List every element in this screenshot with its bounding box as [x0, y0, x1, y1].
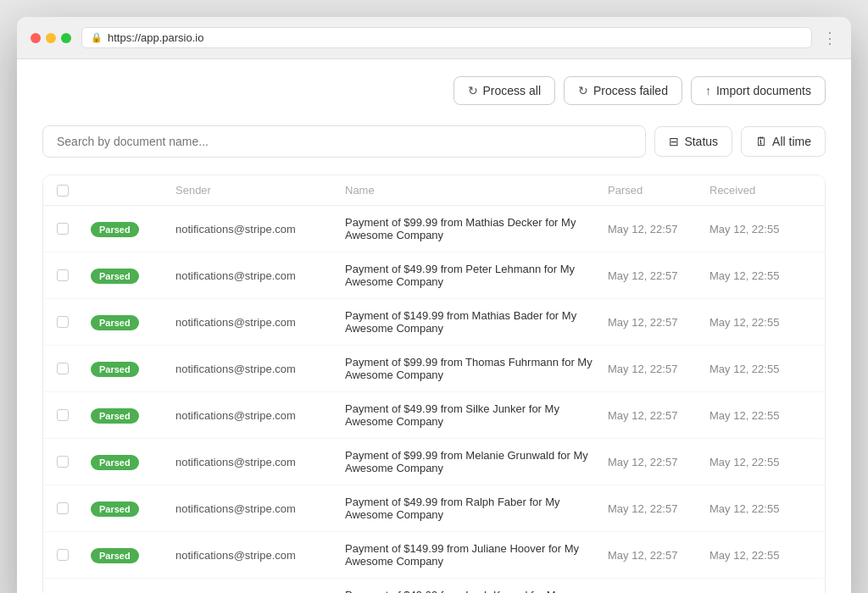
parsed-badge: Parsed: [91, 408, 139, 424]
address-bar[interactable]: 🔒 https://app.parsio.io: [81, 27, 812, 48]
menu-icon[interactable]: ⋮: [822, 29, 837, 47]
row-checkbox[interactable]: [57, 549, 69, 561]
row-name: Payment of $149.99 from Mathias Bader fo…: [345, 309, 608, 335]
row-checkbox-col: [57, 269, 91, 281]
toolbar: ↻ Process all ↻ Process failed ↑ Import …: [42, 76, 826, 105]
row-sender: notifications@stripe.com: [175, 223, 345, 236]
row-sender: notifications@stripe.com: [175, 456, 345, 468]
row-parsed-date: May 12, 22:57: [608, 223, 709, 236]
row-checkbox[interactable]: [57, 409, 69, 421]
row-name: Payment of $99.99 from Mathias Decker fo…: [345, 216, 608, 241]
parsed-badge: Parsed: [91, 222, 139, 237]
import-icon: ↑: [705, 84, 711, 97]
row-checkbox[interactable]: [57, 223, 69, 235]
row-status: Parsed: [91, 547, 175, 563]
header-sender: Sender: [175, 184, 345, 197]
row-received-date: May 12, 22:55: [709, 456, 811, 468]
row-sender: notifications@stripe.com: [175, 409, 345, 422]
header-checkbox-col: [57, 184, 91, 197]
row-checkbox-col: [57, 502, 91, 514]
row-sender: notifications@stripe.com: [175, 363, 345, 375]
search-filter-row: ⊟ Status 🗓 All time: [42, 125, 826, 158]
row-name: Payment of $49.99 from Leah Kappel for M…: [345, 589, 608, 593]
table-row[interactable]: Parsed notifications@stripe.com Payment …: [43, 206, 825, 252]
row-name: Payment of $49.99 from Peter Lehmann for…: [345, 263, 608, 288]
status-filter-label: Status: [684, 135, 718, 148]
row-received-date: May 12, 22:55: [709, 316, 811, 329]
process-failed-button[interactable]: ↻ Process failed: [564, 76, 682, 105]
row-status: Parsed: [91, 501, 175, 517]
table-row[interactable]: Parsed notifications@stripe.com Payment …: [43, 392, 825, 439]
table-header: Sender Name Parsed Received: [43, 175, 825, 206]
traffic-lights: [31, 33, 71, 43]
row-received-date: May 12, 22:55: [709, 549, 811, 562]
select-all-checkbox[interactable]: [57, 185, 69, 197]
url-text: https://app.parsio.io: [108, 31, 203, 44]
process-failed-icon: ↻: [578, 84, 588, 97]
header-received: Received: [709, 184, 811, 197]
row-parsed-date: May 12, 22:57: [608, 456, 709, 468]
row-sender: notifications@stripe.com: [175, 549, 345, 562]
lock-icon: 🔒: [91, 32, 103, 43]
row-name: Payment of $49.99 from Silke Junker for …: [345, 402, 608, 428]
filter-icon: ⊟: [669, 135, 679, 148]
row-name: Payment of $99.99 from Melanie Grunwald …: [345, 449, 608, 474]
row-checkbox[interactable]: [57, 316, 69, 328]
row-status: Parsed: [91, 361, 175, 377]
calendar-icon: 🗓: [755, 135, 767, 148]
table-row[interactable]: Parsed notifications@stripe.com Payment …: [43, 532, 825, 579]
row-checkbox-col: [57, 223, 91, 235]
parsed-badge: Parsed: [91, 455, 139, 470]
process-all-button[interactable]: ↻ Process all: [453, 76, 555, 105]
maximize-button[interactable]: [61, 33, 71, 43]
parsed-badge: Parsed: [91, 362, 139, 377]
table-row[interactable]: Parsed notifications@stripe.com Payment …: [43, 299, 825, 346]
row-checkbox[interactable]: [57, 456, 69, 468]
row-checkbox[interactable]: [57, 269, 69, 281]
row-parsed-date: May 12, 22:57: [608, 316, 709, 329]
table-row[interactable]: Parsed notifications@stripe.com Payment …: [43, 439, 825, 485]
process-failed-label: Process failed: [593, 84, 668, 97]
table-body: Parsed notifications@stripe.com Payment …: [43, 206, 825, 593]
row-status: Parsed: [91, 268, 175, 284]
row-name: Payment of $149.99 from Juliane Hoover f…: [345, 542, 608, 568]
row-sender: notifications@stripe.com: [175, 269, 345, 282]
parsed-badge: Parsed: [91, 269, 139, 284]
documents-table: Sender Name Parsed Received Parsed notif…: [42, 175, 826, 593]
parsed-badge: Parsed: [91, 548, 139, 563]
row-sender: notifications@stripe.com: [175, 502, 345, 515]
row-name: Payment of $49.99 from Ralph Faber for M…: [345, 496, 608, 521]
row-received-date: May 12, 22:55: [709, 409, 811, 422]
row-received-date: May 12, 22:55: [709, 269, 811, 282]
table-row[interactable]: Parsed notifications@stripe.com Payment …: [43, 579, 825, 593]
row-parsed-date: May 12, 22:57: [608, 269, 709, 282]
status-filter-button[interactable]: ⊟ Status: [654, 126, 732, 157]
row-status: Parsed: [91, 407, 175, 424]
close-button[interactable]: [31, 33, 41, 43]
row-sender: notifications@stripe.com: [175, 316, 345, 329]
time-filter-label: All time: [772, 135, 811, 148]
row-parsed-date: May 12, 22:57: [608, 409, 709, 422]
row-checkbox[interactable]: [57, 502, 69, 514]
table-row[interactable]: Parsed notifications@stripe.com Payment …: [43, 485, 825, 532]
search-input[interactable]: [42, 125, 646, 158]
parsed-badge: Parsed: [91, 315, 139, 330]
header-status: [91, 184, 175, 197]
parsed-badge: Parsed: [91, 502, 139, 517]
row-checkbox-col: [57, 456, 91, 468]
minimize-button[interactable]: [46, 33, 56, 43]
row-name: Payment of $99.99 from Thomas Fuhrmann f…: [345, 356, 608, 381]
row-checkbox[interactable]: [57, 363, 69, 374]
row-received-date: May 12, 22:55: [709, 223, 811, 236]
table-row[interactable]: Parsed notifications@stripe.com Payment …: [43, 252, 825, 299]
time-filter-button[interactable]: 🗓 All time: [741, 126, 826, 157]
row-parsed-date: May 12, 22:57: [608, 549, 709, 562]
import-documents-button[interactable]: ↑ Import documents: [691, 76, 826, 105]
row-status: Parsed: [91, 454, 175, 470]
table-row[interactable]: Parsed notifications@stripe.com Payment …: [43, 346, 825, 392]
row-received-date: May 12, 22:55: [709, 502, 811, 515]
browser-chrome: 🔒 https://app.parsio.io ⋮: [17, 17, 851, 59]
row-checkbox-col: [57, 549, 91, 561]
import-documents-label: Import documents: [716, 84, 811, 97]
row-parsed-date: May 12, 22:57: [608, 502, 709, 515]
